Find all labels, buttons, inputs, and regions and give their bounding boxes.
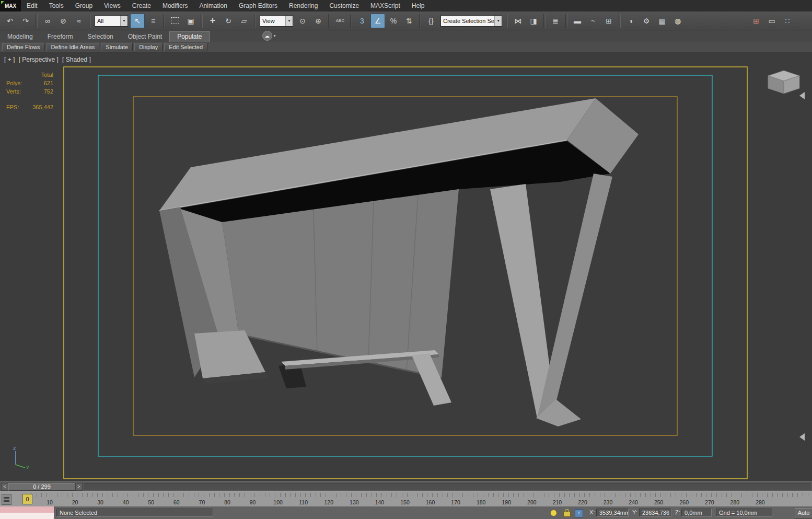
spinner-snap-icon[interactable]: ⇅ (402, 14, 416, 28)
trackbar-tick: 50 (148, 499, 154, 505)
menu-views[interactable]: Views (98, 0, 126, 11)
absolute-mode-typein-icon[interactable]: + (575, 509, 583, 517)
trackbar-tick: 70 (199, 499, 205, 505)
menu-customize[interactable]: Customize (323, 0, 365, 11)
ribbon-define-idle-areas-button[interactable]: Define Idle Areas (47, 43, 100, 51)
chevron-down-icon: ▾ (274, 33, 276, 38)
edit-named-sets-icon[interactable]: {} (424, 14, 438, 28)
menu-rendering[interactable]: Rendering (283, 0, 323, 11)
trackbar-tick: 140 (375, 499, 385, 505)
select-and-scale-icon[interactable]: ▱ (237, 14, 251, 28)
tab-modeling[interactable]: Modeling (0, 32, 40, 42)
angle-snap-icon[interactable]: ∠ (370, 14, 385, 28)
ribbon-tabs: ModelingFreeformSelectionObject PaintPop… (0, 31, 210, 42)
trackbar-frame-marker[interactable]: 0 (22, 494, 32, 504)
menu-tools[interactable]: Tools (43, 0, 69, 11)
tab-object-paint[interactable]: Object Paint (121, 32, 169, 42)
select-and-manipulate-icon[interactable]: ⊕ (311, 14, 326, 28)
bind-to-space-warp-icon[interactable]: ≈ (72, 14, 86, 28)
ribbon-display-button[interactable]: Display (134, 43, 163, 51)
use-pivot-center-icon[interactable]: ⊙ (295, 14, 310, 28)
viewport-shading-menu[interactable]: [ Shaded ] (62, 56, 91, 63)
trackbar-tick: 260 (679, 499, 689, 505)
menu-modifiers[interactable]: Modifiers (157, 0, 194, 11)
schematic-view-icon[interactable]: ⊞ (601, 14, 616, 28)
layer-manager-icon[interactable]: ≣ (548, 14, 563, 28)
viewport-canvas (0, 53, 812, 481)
trackbar-ruler[interactable]: 0 10203040506070809010011012013014015016… (0, 491, 812, 508)
next-frame-button[interactable]: > (75, 483, 83, 491)
y-coordinate-field[interactable]: 23634,736 (639, 509, 671, 517)
menu-animation[interactable]: Animation (194, 0, 233, 11)
percent-snap-icon[interactable]: % (386, 14, 401, 28)
maxscript-mini-listener-script[interactable] (0, 513, 55, 519)
mirror-icon[interactable]: ⋈ (511, 14, 525, 28)
mini-curve-editor-button[interactable] (2, 494, 11, 505)
chevron-down-icon[interactable]: ▼ (494, 16, 502, 26)
tab-populate[interactable]: Populate (169, 31, 210, 42)
menu-create[interactable]: Create (126, 0, 157, 11)
select-object-icon[interactable]: ↖ (130, 14, 145, 28)
previous-frame-button[interactable]: < (1, 483, 8, 491)
extra-tool-icon-3[interactable]: ∷ (780, 14, 795, 28)
time-slider-row: < 0 / 299 > (0, 481, 812, 491)
viewport-general-menu[interactable]: [ + ] (4, 56, 15, 63)
adaptive-degradation-icon[interactable] (550, 510, 557, 516)
trackbar-tick: 240 (629, 499, 638, 505)
menu-help[interactable]: Help (406, 0, 431, 11)
ribbon-edit-selected-button[interactable]: Edit Selected (164, 43, 207, 51)
z-coordinate-field[interactable]: 0,0mm (681, 509, 712, 517)
menu-graph-editors[interactable]: Graph Editors (233, 0, 283, 11)
material-editor-icon[interactable]: ◑ (623, 14, 638, 28)
render-production-icon[interactable]: ◍ (670, 14, 685, 28)
undo-icon[interactable]: ↶ (3, 14, 17, 28)
keyboard-override-icon[interactable]: ABC (333, 14, 347, 28)
trackbar-tick: 230 (604, 499, 613, 505)
select-and-rotate-icon[interactable]: ↻ (221, 14, 236, 28)
select-and-link-icon[interactable]: ∞ (40, 14, 55, 28)
menu-group[interactable]: Group (69, 0, 98, 11)
menu-edit[interactable]: Edit (21, 0, 43, 11)
chevron-down-icon[interactable]: ▼ (120, 16, 127, 26)
select-by-name-icon[interactable]: ≡ (146, 14, 160, 28)
stats-total-header: Total (27, 71, 53, 79)
x-coordinate-field[interactable]: 3539,34mm (596, 509, 629, 517)
redo-icon[interactable]: ↷ (18, 14, 33, 28)
snaps-toggle-icon[interactable]: 3 (355, 14, 369, 28)
menu-maxscript[interactable]: MAXScript (365, 0, 406, 11)
trackbar-tick: 150 (400, 499, 410, 505)
window-crossing-icon[interactable]: ▣ (183, 14, 198, 28)
tab-selection[interactable]: Selection (80, 32, 120, 42)
rendered-frame-window-icon[interactable]: ▦ (655, 14, 669, 28)
tab-freeform[interactable]: Freeform (40, 32, 80, 42)
time-slider-track[interactable] (84, 483, 811, 490)
select-and-move-icon[interactable]: + (205, 14, 220, 28)
unlink-selection-icon[interactable]: ⊘ (56, 14, 71, 28)
auto-key-button[interactable]: Auto (795, 508, 812, 518)
maxscript-mini-listener-macro[interactable] (0, 506, 55, 513)
reference-coordinate-select[interactable]: View▼ (260, 15, 293, 27)
extra-tool-icon-1[interactable]: ⊞ (749, 14, 763, 28)
app-logo-button[interactable]: MAX (0, 0, 21, 11)
trackbar-tick: 270 (705, 499, 714, 505)
selection-filter-select[interactable]: All▼ (95, 15, 128, 27)
trackbar-tick: 60 (173, 499, 180, 505)
graphite-ribbon-toggle-icon[interactable]: ▬ (570, 14, 585, 28)
time-slider-handle[interactable]: 0 / 299 (8, 483, 75, 491)
viewport-perspective[interactable]: [ + ] [ Perspective ] [ Shaded ] Total P… (0, 53, 812, 481)
rectangular-selection-region-icon[interactable] (168, 14, 182, 28)
ribbon-config-button[interactable]: ☁ ▾ (262, 31, 276, 41)
viewport-pov-menu[interactable]: [ Perspective ] (19, 56, 59, 63)
extra-tool-icon-2[interactable]: ▭ (764, 14, 779, 28)
reference-coordinate-select-value: View (260, 18, 277, 24)
curve-editor-icon[interactable]: ~ (586, 14, 600, 28)
render-setup-icon[interactable]: ⚙ (639, 14, 654, 28)
align-icon[interactable]: ◨ (526, 14, 541, 28)
named-selection-set-combo[interactable]: Create Selection Se▼ (440, 15, 502, 27)
z-coordinate-label: Z: (675, 509, 680, 515)
ribbon-define-flows-button[interactable]: Define Flows (2, 43, 45, 51)
selection-lock-icon[interactable] (563, 511, 571, 517)
toolbar-separator (543, 14, 546, 28)
ribbon-simulate-button[interactable]: Simulate (101, 43, 133, 51)
chevron-down-icon[interactable]: ▼ (285, 16, 293, 26)
